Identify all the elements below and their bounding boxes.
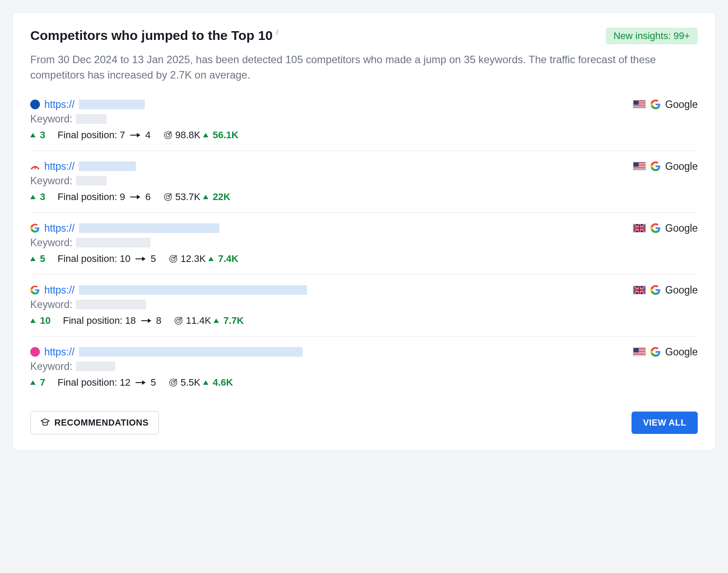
traffic-delta: 7.4K <box>218 253 238 265</box>
competitor-row: https:// Keyword: 5 Final position: 10 5 <box>30 212 698 274</box>
svg-rect-6 <box>633 106 645 107</box>
card-title: Competitors who jumped to the Top 10 <box>30 28 273 43</box>
jump-value: 7 <box>40 377 45 388</box>
pos-to: 4 <box>145 129 150 141</box>
final-position-label: Final position: <box>63 315 122 326</box>
jump-value: 10 <box>40 315 50 326</box>
jump-metric: 7 <box>30 377 45 388</box>
row-left: https:// Keyword: 10 Final position: 18 … <box>30 284 624 326</box>
flag-uk-icon <box>633 224 646 233</box>
metrics-line: 3 Final position: 7 4 98.8K 56.1K <box>30 129 624 141</box>
up-arrow-icon <box>214 319 219 323</box>
pos-to: 5 <box>150 377 156 388</box>
row-left: https:// Keyword: 5 Final position: 10 5 <box>30 222 624 265</box>
flag-us-icon <box>633 162 646 171</box>
row-left: https:// Keyword: 3 Final position: 7 4 <box>30 99 624 141</box>
jump-metric: 3 <box>30 191 45 203</box>
card-description: From 30 Dec 2024 to 13 Jan 2025, has bee… <box>30 52 698 83</box>
traffic-value: 12.3K <box>181 253 206 265</box>
up-arrow-icon <box>203 380 208 385</box>
svg-point-9 <box>34 167 36 169</box>
up-arrow-icon <box>30 195 36 199</box>
graduation-cap-icon <box>40 418 50 427</box>
traffic-metric: 98.8K 56.1K <box>163 129 239 141</box>
favicon-icon <box>30 347 40 357</box>
row-right: Google <box>633 99 698 111</box>
competitors-card: Competitors who jumped to the Top 10 i N… <box>12 12 716 451</box>
card-footer: RECOMMENDATIONS VIEW ALL <box>30 411 698 434</box>
info-icon[interactable]: i <box>276 28 278 36</box>
jump-value: 5 <box>40 253 45 265</box>
flag-us-icon <box>633 347 646 356</box>
pos-from: 10 <box>120 253 130 265</box>
final-position-metric: Final position: 18 8 <box>63 315 161 326</box>
up-arrow-icon <box>208 257 214 261</box>
pos-from: 7 <box>120 129 125 141</box>
row-right: Google <box>633 284 698 296</box>
up-arrow-icon <box>30 380 36 385</box>
metrics-line: 10 Final position: 18 8 11.4K 7.7K <box>30 315 624 326</box>
google-g-icon <box>650 285 661 295</box>
search-engine-label: Google <box>665 99 698 111</box>
recommendations-label: RECOMMENDATIONS <box>54 418 149 428</box>
target-icon <box>168 254 178 264</box>
favicon-icon <box>30 285 40 295</box>
recommendations-button[interactable]: RECOMMENDATIONS <box>30 411 159 434</box>
target-icon <box>163 192 173 202</box>
keyword-label: Keyword: <box>30 113 72 125</box>
jump-value: 3 <box>40 129 45 141</box>
arrow-right-icon <box>130 135 140 136</box>
jump-metric: 10 <box>30 315 50 326</box>
svg-rect-41 <box>633 348 639 352</box>
pos-from: 9 <box>120 191 125 203</box>
final-position-metric: Final position: 9 6 <box>57 191 150 203</box>
traffic-value: 11.4K <box>186 315 211 326</box>
google-g-icon <box>650 161 661 172</box>
pos-to: 6 <box>145 191 150 203</box>
view-all-button[interactable]: VIEW ALL <box>632 412 698 434</box>
competitor-row: https:// Keyword: 10 Final position: 18 … <box>30 274 698 336</box>
search-engine-label: Google <box>665 222 698 234</box>
traffic-delta: 4.6K <box>213 377 233 388</box>
metrics-line: 3 Final position: 9 6 53.7K 22K <box>30 191 624 203</box>
url-line[interactable]: https:// <box>30 222 624 234</box>
url-redacted <box>79 100 145 109</box>
keyword-label: Keyword: <box>30 175 72 187</box>
search-engine-label: Google <box>665 161 698 172</box>
traffic-metric: 12.3K 7.4K <box>168 253 239 265</box>
traffic-delta: 7.7K <box>223 315 243 326</box>
url-prefix: https:// <box>44 99 75 111</box>
svg-rect-7 <box>633 107 645 108</box>
traffic-value: 53.7K <box>175 191 201 203</box>
url-line[interactable]: https:// <box>30 161 624 172</box>
pos-to: 5 <box>150 253 156 265</box>
pos-to: 8 <box>156 315 161 326</box>
favicon-icon <box>30 223 40 233</box>
traffic-metric: 11.4K 7.7K <box>174 315 244 326</box>
target-icon <box>168 378 178 387</box>
keyword-redacted <box>76 362 115 371</box>
final-position-label: Final position: <box>57 253 117 265</box>
url-line[interactable]: https:// <box>30 99 624 111</box>
final-position-metric: Final position: 7 4 <box>57 129 150 141</box>
traffic-delta: 22K <box>213 191 230 203</box>
url-prefix: https:// <box>44 161 75 172</box>
google-g-icon <box>650 347 661 357</box>
url-prefix: https:// <box>44 346 75 358</box>
flag-us-icon <box>633 100 646 109</box>
url-line[interactable]: https:// <box>30 284 624 296</box>
competitor-list: https:// Keyword: 3 Final position: 7 4 <box>30 96 698 398</box>
keyword-line: Keyword: <box>30 361 624 372</box>
final-position-label: Final position: <box>57 377 117 388</box>
arrow-right-icon <box>136 382 145 383</box>
pos-from: 18 <box>125 315 136 326</box>
google-g-icon <box>650 99 661 110</box>
traffic-metric: 53.7K 22K <box>163 191 231 203</box>
competitor-row: https:// Keyword: 3 Final position: 9 6 <box>30 150 698 212</box>
search-engine-label: Google <box>665 284 698 296</box>
keyword-line: Keyword: <box>30 113 624 125</box>
url-redacted <box>79 347 303 357</box>
search-engine-label: Google <box>665 346 698 358</box>
svg-rect-39 <box>633 354 645 355</box>
url-line[interactable]: https:// <box>30 346 624 358</box>
